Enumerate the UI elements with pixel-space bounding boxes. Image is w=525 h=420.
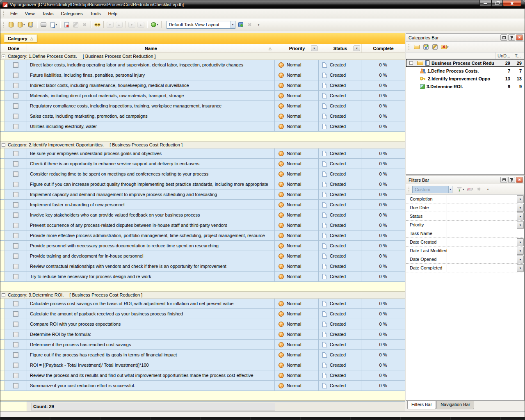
task-row[interactable]: Direct labor costs, including operating … [0,60,405,70]
filter-value-area[interactable] [447,212,517,220]
collapse-icon[interactable]: − [2,293,5,297]
done-checkbox[interactable] [13,253,18,259]
column-header-priority[interactable]: Priority▼ [275,44,319,52]
collapse-icon[interactable]: − [2,55,5,58]
task-row[interactable]: Determine if the process has reached cos… [0,340,405,350]
task-row[interactable]: Prevent occurrence of any process-relate… [0,220,405,231]
task-name[interactable]: Determine if the process has reached cos… [27,340,275,349]
category-group-header[interactable]: − Category: 3.Determine ROI. [ Business … [0,292,405,299]
menu-view[interactable]: View [21,9,39,18]
task-name[interactable]: Provide more effective process administr… [27,231,275,240]
layout-combo[interactable]: Default Task View Layout ▼ [167,21,235,29]
task-row[interactable]: Figure out if the process has reached it… [0,350,405,360]
chevron-down-icon[interactable]: ▼ [448,186,452,193]
task-row[interactable]: ROI = [(Payback - Total Investment)/ Tot… [0,360,405,370]
done-checkbox[interactable] [13,373,18,378]
delete-layout-button[interactable]: ✖ [245,21,254,29]
task-row[interactable]: Be sure your employees understand proces… [0,148,405,159]
delete-filter-button[interactable]: ✖ [475,185,484,194]
tab-navigation-bar[interactable]: Navigation Bar [436,401,474,409]
task-name[interactable]: Check if there is an opportunity to enha… [27,159,275,169]
move-up-button[interactable]: ▲ [114,21,123,29]
done-checkbox[interactable] [13,383,18,388]
task-name[interactable]: Implement capacity and demand management… [27,189,275,199]
done-checkbox[interactable] [13,202,18,208]
filters-restore-button[interactable] [500,177,507,183]
filter-dropdown-button[interactable]: ▼ [517,238,524,246]
done-checkbox[interactable] [13,212,18,218]
category-tree-item[interactable]: 1.Define Process Costs. 7 7 [406,67,524,75]
categories-pin-button[interactable] [508,34,515,41]
task-row[interactable]: Future liabilities, including fines, pen… [0,70,405,80]
task-row[interactable]: Figure out if you can increase product q… [0,179,405,189]
task-name[interactable]: Compare ROI with your process expectatio… [27,319,275,329]
column-header-total[interactable]: T... [513,52,524,59]
done-checkbox[interactable] [13,264,18,269]
column-header-undone[interactable]: UnD... [495,52,513,59]
filter-value-area[interactable] [447,255,517,263]
done-checkbox[interactable] [13,62,18,68]
menu-help[interactable]: Help [104,9,121,18]
column-header-status[interactable]: Status▼ [319,44,362,52]
menu-categories[interactable]: Categories [57,9,87,18]
view-tasks-button[interactable] [93,21,102,29]
task-name[interactable]: Consider reducing time to be spent on me… [27,169,275,179]
done-checkbox[interactable] [13,151,18,156]
done-checkbox[interactable] [13,301,18,306]
status-filter-button[interactable]: ▼ [354,46,360,51]
task-name[interactable]: Provide training and development for in-… [27,251,275,261]
new-subcategory-button[interactable] [421,43,430,51]
categories-close-button[interactable]: ✖ [516,34,523,41]
task-name[interactable]: Utilities including electricity, water [27,121,275,131]
windows-taskbar[interactable] [0,417,525,420]
clear-filter-button[interactable] [466,185,475,194]
task-row[interactable]: Review the process and its results and f… [0,370,405,381]
task-name[interactable]: Try to reduce time necessary for process… [27,272,275,281]
task-row[interactable]: Calculate process cost savings on the ba… [0,299,405,309]
task-row[interactable]: Involve key stakeholders who can provide… [0,210,405,220]
done-checkbox[interactable] [13,274,18,279]
new-category-button[interactable] [412,43,421,51]
done-checkbox[interactable] [13,342,18,347]
collapse-icon[interactable]: − [2,143,5,147]
done-checkbox[interactable] [13,182,18,187]
task-row[interactable]: Compare ROI with your process expectatio… [0,319,405,329]
task-row[interactable]: Provide more effective process administr… [0,231,405,241]
move-down-button[interactable]: ▼ [105,21,114,29]
category-group-header[interactable]: − Category: 2.Identify Improvement Oppor… [0,142,405,148]
menu-tasks[interactable]: Tasks [38,9,57,18]
save-layout-button[interactable] [236,21,245,29]
menu-tools[interactable]: Tools [87,9,105,18]
task-name[interactable]: Involve key stakeholders who can provide… [27,210,275,220]
task-name[interactable]: Indirect labor costs, including maintena… [27,80,275,90]
done-checkbox[interactable] [13,171,18,177]
add-filter-caret[interactable]: ▾ [463,188,466,191]
tab-filters-bar[interactable]: Filters Bar [407,401,436,409]
menu-file[interactable]: File [7,9,21,18]
done-checkbox[interactable] [13,243,18,249]
filter-value-area[interactable] [447,229,524,237]
delete-category-caret[interactable]: ▾ [447,46,450,49]
task-row[interactable]: Try to reduce time necessary for process… [0,272,405,282]
restore-button[interactable] [491,0,503,7]
task-row[interactable]: Calculate the amount of payback received… [0,309,405,319]
done-checkbox[interactable] [13,83,18,88]
collapse-icon[interactable]: − [409,61,413,65]
priority-filter-button[interactable]: ▼ [311,46,317,51]
done-checkbox[interactable] [13,192,18,197]
print-button[interactable] [39,21,48,29]
category-tree-item[interactable]: 3.Determine ROI. 9 9 [406,82,524,90]
task-name[interactable]: Materials, including direct product mate… [27,91,275,100]
task-row[interactable]: Provide personnel with necessary process… [0,241,405,251]
task-name[interactable]: Direct labor costs, including operating … [27,60,275,70]
task-name[interactable]: Prevent occurrence of any process-relate… [27,220,275,230]
close-button[interactable]: ✖ [503,0,521,7]
done-checkbox[interactable] [13,124,18,129]
category-tree-item[interactable]: − Business Process Cost Redu 29 29 [406,59,524,67]
done-checkbox[interactable] [13,332,18,337]
task-row[interactable]: Review contractual relationships with ve… [0,261,405,272]
edit-category-button[interactable] [430,43,439,51]
filter-dropdown-button[interactable]: ▼ [517,212,524,220]
new-task-button[interactable] [62,21,71,29]
done-checkbox[interactable] [13,223,18,228]
